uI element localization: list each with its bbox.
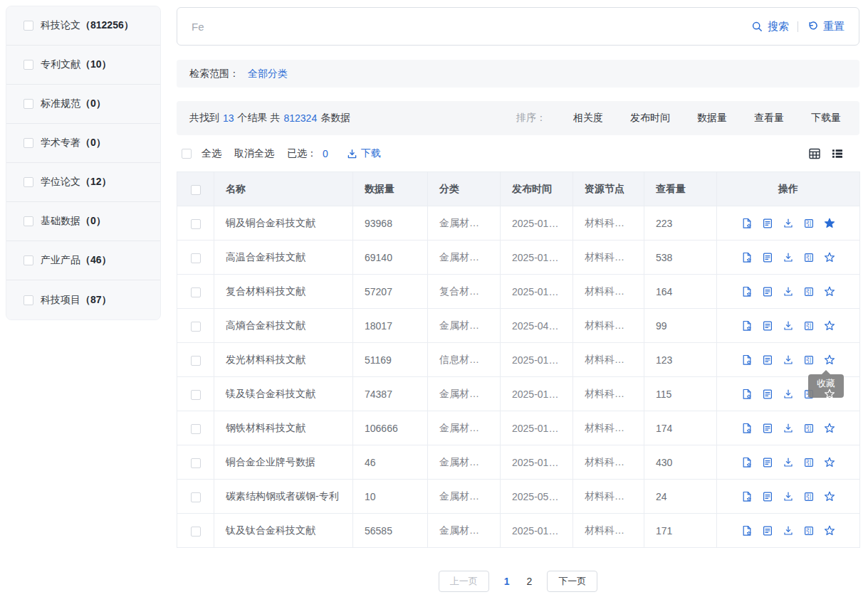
- category-checkbox[interactable]: [23, 60, 33, 70]
- favorite-star-icon[interactable]: [824, 218, 835, 229]
- table-row[interactable]: 铜及铜合金科技文献 93968 金属材… 2025-01… 材料科… 223: [177, 206, 860, 241]
- page-number[interactable]: 2: [523, 576, 537, 587]
- next-page-button[interactable]: 下一页: [547, 571, 597, 592]
- favorite-star-icon[interactable]: [824, 525, 835, 537]
- download-icon[interactable]: [783, 525, 794, 537]
- detail-icon[interactable]: [762, 525, 773, 537]
- row-checkbox[interactable]: [191, 492, 201, 502]
- table-row[interactable]: 钢铁材料科技文献 106666 金属材… 2025-01… 材料科… 174: [177, 411, 860, 445]
- table-row[interactable]: 高温合金科技文献 69140 金属材… 2025-01… 材料科… 538: [177, 241, 860, 275]
- report-icon[interactable]: [741, 423, 753, 434]
- select-all-checkbox[interactable]: [182, 149, 192, 159]
- favorite-star-icon[interactable]: [824, 423, 835, 434]
- detail-icon[interactable]: [762, 457, 773, 468]
- download-icon[interactable]: [783, 320, 794, 332]
- select-all-button[interactable]: 全选: [202, 147, 221, 160]
- favorite-star-icon[interactable]: [824, 491, 835, 502]
- favorite-star-icon[interactable]: [824, 286, 835, 297]
- download-icon[interactable]: [783, 252, 794, 263]
- sidebar-category-item[interactable]: 标准规范（0）: [6, 85, 160, 124]
- category-checkbox[interactable]: [23, 21, 33, 31]
- search-input[interactable]: Fe: [192, 21, 204, 33]
- reset-button[interactable]: 重置: [807, 20, 845, 33]
- row-checkbox[interactable]: [191, 458, 201, 468]
- sidebar-category-item[interactable]: 学位论文（12）: [6, 163, 160, 202]
- detail-icon[interactable]: [762, 218, 773, 229]
- citation-icon[interactable]: 引: [803, 423, 815, 434]
- table-row[interactable]: 镁及镁合金科技文献 74387 金属材… 2025-01… 材料科… 115: [177, 377, 860, 411]
- download-icon[interactable]: [783, 354, 794, 366]
- sidebar-category-item[interactable]: 科技项目（87）: [6, 280, 160, 319]
- citation-icon[interactable]: 引: [803, 354, 815, 366]
- header-checkbox[interactable]: [191, 185, 201, 195]
- citation-icon[interactable]: 引: [803, 286, 815, 297]
- download-icon[interactable]: [783, 423, 794, 434]
- report-icon[interactable]: [741, 218, 753, 229]
- download-icon[interactable]: [783, 491, 794, 502]
- row-checkbox[interactable]: [191, 287, 201, 297]
- favorite-star-icon[interactable]: [824, 389, 835, 400]
- sort-option[interactable]: 发布时间: [630, 112, 670, 125]
- report-icon[interactable]: [741, 457, 753, 468]
- table-row[interactable]: 铜合金企业牌号数据 46 金属材… 2025-01… 材料科… 430: [177, 445, 860, 480]
- category-checkbox[interactable]: [23, 138, 33, 148]
- citation-icon[interactable]: 引: [803, 525, 815, 537]
- category-checkbox[interactable]: [23, 295, 33, 305]
- sidebar-category-item[interactable]: 基础数据（0）: [6, 202, 160, 241]
- citation-icon[interactable]: 引: [803, 457, 815, 468]
- citation-icon[interactable]: 引: [803, 320, 815, 332]
- search-button[interactable]: 搜索: [751, 20, 789, 33]
- table-row[interactable]: 发光材料科技文献 51169 信息材… 2025-01… 材料科… 123: [177, 343, 860, 377]
- citation-icon[interactable]: 引: [803, 252, 815, 263]
- report-icon[interactable]: [741, 320, 753, 332]
- favorite-star-icon[interactable]: [824, 320, 835, 332]
- download-icon[interactable]: [783, 457, 794, 468]
- list-view-icon[interactable]: [831, 147, 844, 160]
- detail-icon[interactable]: [762, 491, 773, 502]
- detail-icon[interactable]: [762, 320, 773, 332]
- row-checkbox[interactable]: [191, 253, 201, 263]
- category-checkbox[interactable]: [23, 177, 33, 187]
- category-checkbox[interactable]: [23, 216, 33, 226]
- table-row[interactable]: 复合材料科技文献 57207 复合材… 2025-01… 材料科… 164: [177, 275, 860, 309]
- favorite-star-icon[interactable]: [824, 457, 835, 468]
- sidebar-category-item[interactable]: 学术专著（0）: [6, 124, 160, 163]
- report-icon[interactable]: [741, 491, 753, 502]
- detail-icon[interactable]: [762, 252, 773, 263]
- sort-option[interactable]: 数据量: [697, 112, 727, 125]
- favorite-star-icon[interactable]: [824, 252, 835, 263]
- download-button[interactable]: 下载: [347, 147, 381, 160]
- sidebar-category-item[interactable]: 科技论文（812256）: [6, 6, 160, 46]
- detail-icon[interactable]: [762, 389, 773, 400]
- row-checkbox[interactable]: [191, 527, 201, 537]
- scope-value-link[interactable]: 全部分类: [248, 68, 288, 80]
- category-checkbox[interactable]: [23, 99, 33, 109]
- download-icon[interactable]: [783, 218, 794, 229]
- citation-icon[interactable]: 引: [803, 218, 815, 229]
- row-checkbox[interactable]: [191, 322, 201, 332]
- report-icon[interactable]: [741, 389, 753, 400]
- detail-icon[interactable]: [762, 423, 773, 434]
- page-number[interactable]: 1: [500, 576, 514, 587]
- download-icon[interactable]: [783, 286, 794, 297]
- report-icon[interactable]: [741, 286, 753, 297]
- report-icon[interactable]: [741, 525, 753, 537]
- report-icon[interactable]: [741, 354, 753, 366]
- deselect-all-button[interactable]: 取消全选: [234, 147, 274, 160]
- report-icon[interactable]: [741, 252, 753, 263]
- category-checkbox[interactable]: [23, 255, 33, 265]
- favorite-star-icon[interactable]: [824, 354, 835, 366]
- table-row[interactable]: 钛及钛合金科技文献 56585 金属材… 2025-01… 材料科… 171: [177, 514, 860, 548]
- download-icon[interactable]: [783, 389, 794, 400]
- sort-option[interactable]: 查看量: [754, 112, 784, 125]
- table-row[interactable]: 碳素结构钢或者碳钢-专利 10 金属材… 2025-05… 材料科… 24: [177, 480, 860, 514]
- sidebar-category-item[interactable]: 产业产品（46）: [6, 241, 160, 280]
- row-checkbox[interactable]: [191, 424, 201, 434]
- row-checkbox[interactable]: [191, 356, 201, 366]
- grid-view-icon[interactable]: [808, 147, 821, 160]
- detail-icon[interactable]: [762, 286, 773, 297]
- row-checkbox[interactable]: [191, 219, 201, 229]
- sort-option[interactable]: 相关度: [573, 112, 603, 125]
- citation-icon[interactable]: 引: [803, 491, 815, 502]
- row-checkbox[interactable]: [191, 390, 201, 400]
